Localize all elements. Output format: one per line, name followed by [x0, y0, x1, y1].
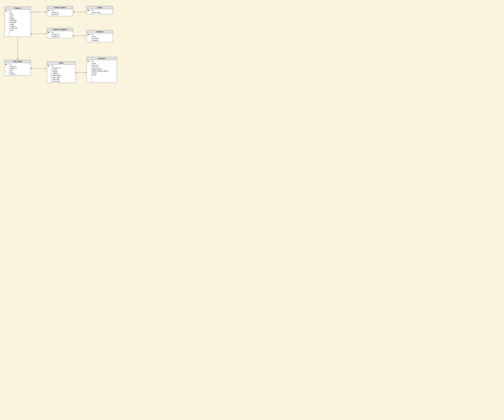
field: id: [52, 10, 72, 12]
field: price: [10, 16, 30, 18]
entity-fields: id sku name price weight description thu…: [9, 10, 31, 36]
field: create_date: [10, 27, 30, 29]
field: id: [92, 10, 112, 12]
entity-fields: id name description thumbnail: [91, 33, 113, 42]
field: _address: [52, 73, 75, 75]
rel-products-products_options: [31, 11, 47, 13]
entity-fields: id Customer_id amount shipping _address …: [52, 65, 76, 83]
field: weight: [10, 18, 30, 20]
entity-fields: id option_name: [91, 9, 113, 14]
field: order_id: [10, 65, 30, 67]
field: Customer_id: [52, 67, 75, 69]
field: option_id: [52, 12, 72, 13]
pk-label: PK: [5, 10, 9, 36]
pk-label: PK: [87, 33, 91, 42]
field: order_date: [52, 78, 75, 80]
field: full_name: [92, 66, 116, 68]
entity-title: Order_details: [5, 60, 31, 63]
field: product_id: [10, 67, 30, 69]
entity-title: Products_options: [47, 6, 73, 9]
field: description: [10, 20, 30, 22]
field: amount: [52, 69, 75, 71]
entity-title: Products_categories: [47, 28, 73, 31]
field: stock: [10, 29, 30, 31]
field: option_name: [92, 12, 112, 13]
field: category: [10, 25, 30, 27]
entity-customers: Customers PK id email password full_name…: [87, 57, 117, 83]
entity-fields: id product_id category_id: [52, 31, 73, 38]
pk-label: PK: [87, 60, 91, 83]
field: email: [92, 62, 116, 64]
rel-products_categories-categories: [73, 35, 87, 36]
field: country: [92, 72, 116, 74]
entity-order-details: Order_details PK id order_id product_id …: [5, 60, 31, 76]
field: category_id: [52, 35, 72, 37]
field: shipping: [52, 71, 75, 73]
entity-title: Customers: [87, 57, 117, 60]
rel-orders-customers: [76, 72, 87, 73]
field: quantity: [10, 73, 30, 75]
field: password: [92, 64, 116, 66]
field: order_email: [52, 77, 75, 78]
entity-orders: Orders PK id Customer_id amount shipping…: [47, 61, 76, 83]
entity-title: options: [87, 6, 113, 9]
field: image: [10, 24, 30, 25]
field: order_status: [52, 80, 75, 82]
rel-products-order_details: [17, 37, 18, 60]
field: billing_address: [92, 68, 116, 70]
rel-order_details-orders: [31, 68, 47, 69]
entity-fields: id email password full_name billing_addr…: [91, 60, 117, 83]
field: id: [92, 34, 112, 36]
pk-label: PK: [47, 31, 52, 38]
field: id: [10, 10, 30, 12]
entity-title: Products: [5, 7, 31, 10]
entity-products-options: Products_options PK id option_id product…: [47, 6, 73, 16]
entity-fields: id option_id product_id: [52, 9, 73, 16]
pk-label: PK: [47, 9, 52, 16]
field: thumbnail: [10, 22, 30, 24]
field: id: [10, 64, 30, 65]
field: thumbnail: [92, 40, 112, 41]
er-diagram-canvas: Products PK id sku name price weight des…: [0, 0, 125, 104]
rel-products_options-options: [73, 11, 87, 13]
field: phone: [92, 74, 116, 76]
entity-products-categories: Products_categories PK id product_id cat…: [47, 28, 73, 38]
field: product_id: [52, 13, 72, 15]
field: default_shipping_address: [92, 70, 116, 72]
field: product_id: [52, 34, 72, 35]
field: id: [52, 32, 72, 34]
entity-categories: Categories PK id name description thumbn…: [87, 30, 113, 42]
field: name: [92, 36, 112, 38]
field: id: [52, 65, 75, 67]
rel-products-products_categories: [31, 33, 47, 35]
entity-fields: id order_id product_id price sku quantit…: [9, 63, 31, 76]
field: price: [10, 69, 30, 71]
entity-title: Orders: [47, 62, 76, 65]
pk-label: PK: [5, 63, 9, 76]
field: sku: [10, 12, 30, 14]
entity-products: Products PK id sku name price weight des…: [5, 6, 31, 37]
entity-title: Categories: [87, 30, 113, 33]
field: description: [92, 38, 112, 40]
field: name: [10, 14, 30, 16]
entity-options: options PK id option_name: [87, 6, 113, 14]
pk-label: PK: [47, 65, 52, 83]
field: order_address: [52, 75, 75, 77]
field: id: [92, 60, 116, 62]
pk-label: PK: [87, 9, 91, 14]
field: sku: [10, 71, 30, 73]
